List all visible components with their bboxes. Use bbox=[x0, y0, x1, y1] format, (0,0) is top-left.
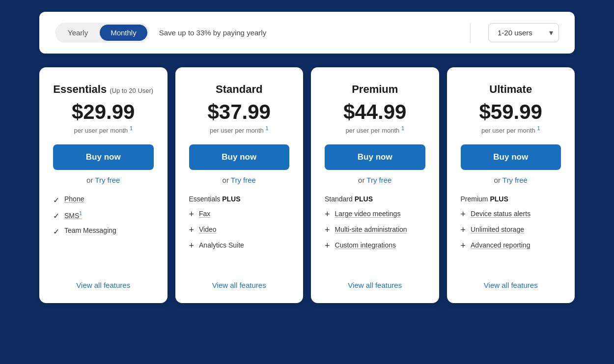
try-free-ultimate: or Try free bbox=[461, 176, 561, 184]
plan-price-standard: $37.99 bbox=[189, 101, 290, 123]
list-item: ✓ Phone bbox=[53, 195, 154, 205]
per-user-essentials: per user per month 1 bbox=[53, 125, 154, 134]
buy-button-essentials[interactable]: Buy now bbox=[53, 144, 154, 170]
buy-button-premium[interactable]: Buy now bbox=[325, 144, 425, 170]
list-item: ✓ SMS1 bbox=[53, 211, 154, 221]
plan-name-ultimate: Ultimate bbox=[461, 83, 561, 96]
list-item: + Device status alerts bbox=[461, 210, 561, 220]
plan-name-essentials: Essentials (Up to 20 User) bbox=[53, 83, 154, 96]
feature-list-standard: + Fax + Video + Analytics Suite bbox=[189, 210, 290, 251]
plan-card-standard: Standard $37.99 per user per month 1 Buy… bbox=[175, 67, 304, 303]
feature-text: Unlimited storage bbox=[471, 225, 524, 233]
plus-label-standard: Essentials PLUS bbox=[189, 195, 290, 203]
yearly-toggle[interactable]: Yearly bbox=[57, 25, 99, 41]
view-all-link-premium[interactable]: View all features bbox=[325, 276, 425, 289]
feature-text: SMS1 bbox=[64, 211, 82, 220]
try-free-link-ultimate[interactable]: Try free bbox=[502, 176, 528, 184]
check-icon: ✓ bbox=[53, 227, 59, 236]
try-free-essentials: or Try free bbox=[53, 176, 154, 184]
feature-text: Custom integrations bbox=[335, 241, 396, 249]
list-item: + Large video meetings bbox=[325, 210, 425, 220]
plus-icon: + bbox=[461, 241, 466, 251]
features-standard: Essentials PLUS + Fax + Video + Analytic… bbox=[189, 195, 290, 276]
feature-text: Large video meetings bbox=[335, 210, 401, 218]
monthly-toggle[interactable]: Monthly bbox=[100, 25, 147, 41]
buy-button-standard[interactable]: Buy now bbox=[189, 144, 290, 170]
billing-toggle: Yearly Monthly bbox=[55, 23, 149, 43]
plus-label-premium: Standard PLUS bbox=[325, 195, 425, 203]
feature-text: Team Messaging bbox=[64, 226, 116, 234]
feature-text: Device status alerts bbox=[471, 210, 530, 218]
plus-icon: + bbox=[189, 225, 195, 235]
plan-price-premium: $44.99 bbox=[325, 101, 425, 123]
plan-name-standard: Standard bbox=[189, 83, 290, 96]
view-all-link-ultimate[interactable]: View all features bbox=[461, 276, 561, 289]
plus-label-ultimate: Premium PLUS bbox=[461, 195, 561, 203]
plan-card-premium: Premium $44.99 per user per month 1 Buy … bbox=[311, 67, 439, 303]
users-dropdown[interactable]: 1-20 users 21-50 users 51-100 users 100+… bbox=[488, 23, 559, 42]
per-user-standard: per user per month 1 bbox=[189, 125, 290, 134]
features-essentials: ✓ Phone ✓ SMS1 ✓ Team Messaging bbox=[53, 195, 154, 276]
per-user-premium: per user per month 1 bbox=[325, 125, 425, 134]
plus-icon: + bbox=[325, 225, 330, 235]
billing-header: Yearly Monthly Save up to 33% by paying … bbox=[39, 12, 575, 54]
plus-icon: + bbox=[189, 209, 195, 220]
feature-list-premium: + Large video meetings + Multi-site admi… bbox=[325, 210, 425, 251]
features-ultimate: Premium PLUS + Device status alerts + Un… bbox=[461, 195, 561, 276]
plan-price-essentials: $29.99 bbox=[53, 101, 154, 123]
feature-text: Video bbox=[199, 225, 217, 233]
plus-icon: + bbox=[189, 241, 195, 251]
view-all-link-essentials[interactable]: View all features bbox=[53, 276, 154, 289]
save-text: Save up to 33% by paying yearly bbox=[159, 28, 452, 37]
check-icon: ✓ bbox=[53, 196, 59, 205]
list-item: + Fax bbox=[189, 210, 290, 220]
users-select-wrap: 1-20 users 21-50 users 51-100 users 100+… bbox=[488, 23, 559, 42]
plus-icon: + bbox=[325, 209, 330, 220]
view-all-link-standard[interactable]: View all features bbox=[189, 276, 290, 289]
list-item: + Advanced reporting bbox=[461, 241, 561, 251]
feature-text: Analytics Suite bbox=[199, 241, 244, 249]
features-premium: Standard PLUS + Large video meetings + M… bbox=[325, 195, 425, 276]
plan-card-ultimate: Ultimate $59.99 per user per month 1 Buy… bbox=[447, 67, 575, 303]
feature-text: Fax bbox=[199, 210, 210, 218]
plan-name-premium: Premium bbox=[325, 83, 425, 96]
try-free-link-standard[interactable]: Try free bbox=[231, 176, 256, 184]
try-free-link-essentials[interactable]: Try free bbox=[95, 176, 120, 184]
feature-list-essentials: ✓ Phone ✓ SMS1 ✓ Team Messaging bbox=[53, 195, 154, 236]
plan-sub-essentials: (Up to 20 User) bbox=[110, 87, 153, 94]
list-item: + Multi-site administration bbox=[325, 225, 425, 235]
check-icon: ✓ bbox=[53, 211, 59, 221]
feature-text: Advanced reporting bbox=[471, 241, 530, 249]
plus-icon: + bbox=[325, 241, 330, 251]
list-item: + Analytics Suite bbox=[189, 241, 290, 251]
per-user-ultimate: per user per month 1 bbox=[461, 125, 561, 134]
feature-list-ultimate: + Device status alerts + Unlimited stora… bbox=[461, 210, 561, 251]
try-free-premium: or Try free bbox=[325, 176, 425, 184]
plan-card-essentials: Essentials (Up to 20 User) $29.99 per us… bbox=[39, 67, 167, 303]
list-item: ✓ Team Messaging bbox=[53, 226, 154, 236]
feature-text: Multi-site administration bbox=[335, 225, 407, 233]
list-item: + Unlimited storage bbox=[461, 225, 561, 235]
try-free-link-premium[interactable]: Try free bbox=[366, 176, 391, 184]
list-item: + Video bbox=[189, 225, 290, 235]
try-free-standard: or Try free bbox=[189, 176, 290, 184]
feature-text: Phone bbox=[64, 195, 84, 203]
list-item: + Custom integrations bbox=[325, 241, 425, 251]
plus-icon: + bbox=[461, 209, 466, 220]
plans-container: Essentials (Up to 20 User) $29.99 per us… bbox=[39, 67, 575, 303]
plus-icon: + bbox=[461, 225, 466, 235]
plan-price-ultimate: $59.99 bbox=[461, 101, 561, 123]
divider bbox=[470, 23, 471, 43]
buy-button-ultimate[interactable]: Buy now bbox=[461, 144, 561, 170]
